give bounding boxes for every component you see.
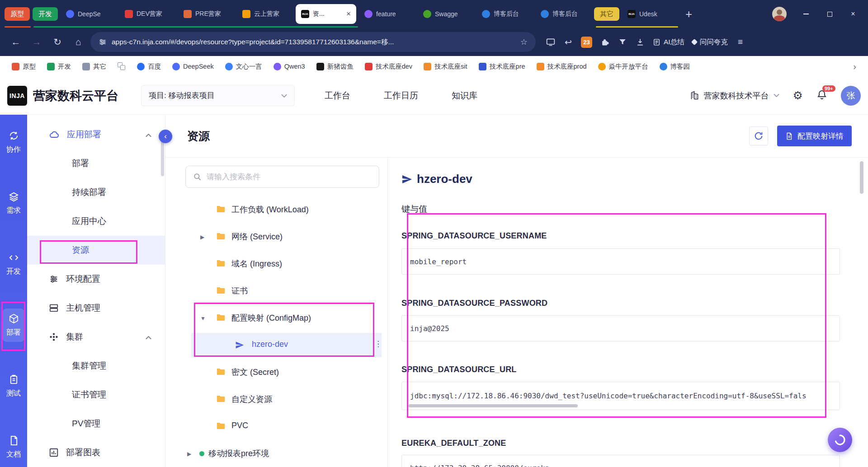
- collapse-sidebar-button[interactable]: ‹: [159, 130, 172, 143]
- caret-right-icon[interactable]: ▶: [200, 234, 204, 240]
- window-close-button[interactable]: ×: [843, 4, 863, 24]
- bookmark-star-icon[interactable]: ☆: [520, 37, 528, 47]
- user-avatar[interactable]: 张: [841, 86, 861, 106]
- rail-item-collaboration[interactable]: 协作: [2, 126, 25, 159]
- tab-resource-active[interactable]: INJA 资... ×: [296, 4, 356, 24]
- bookmark-qwen[interactable]: Qwen3: [274, 63, 305, 70]
- sidenav-item-cert-mgmt[interactable]: 证书管理: [27, 380, 165, 409]
- back-icon[interactable]: ←: [7, 37, 24, 47]
- rail-item-requirements[interactable]: 需求: [2, 187, 25, 220]
- filter-icon[interactable]: [618, 37, 627, 47]
- tab-pre-yingjia[interactable]: PRE营家: [178, 4, 234, 24]
- nav-work-calendar[interactable]: 工作日历: [384, 90, 418, 102]
- sidenav-item-pv-mgmt[interactable]: PV管理: [27, 409, 165, 438]
- bookmark-base-pre[interactable]: 技术底座pre: [479, 62, 525, 71]
- tree-item-workload[interactable]: 工作负载 (WorkLoad): [165, 196, 387, 223]
- tree-item-service[interactable]: ▶ 网络 (Service): [165, 223, 387, 250]
- forward-icon[interactable]: →: [28, 37, 45, 47]
- tab-close-icon[interactable]: ×: [346, 9, 351, 19]
- settings-gear-icon[interactable]: ⚙: [793, 89, 803, 102]
- tree-item-secret[interactable]: 密文 (Secret): [165, 359, 387, 386]
- browser-menu-icon[interactable]: ≡: [736, 37, 745, 47]
- sidenav-item-app-center[interactable]: 应用中心: [27, 207, 165, 236]
- assistant-float-button[interactable]: [828, 428, 852, 452]
- sidenav-item-deploy[interactable]: 部署: [27, 149, 165, 178]
- sidenav-item-cluster-mgmt[interactable]: 集群管理: [27, 351, 165, 380]
- kv-value-box[interactable]: http://172.30.38.65:30000/eureka: [401, 455, 840, 467]
- notifications-button[interactable]: 99+: [816, 89, 827, 102]
- refresh-button[interactable]: [749, 126, 768, 145]
- bookmark-base-sit[interactable]: 技术底座sit: [424, 62, 467, 71]
- tree-item-certificate[interactable]: 证书: [165, 277, 387, 304]
- window-maximize-button[interactable]: [819, 4, 840, 24]
- tab-groups-button[interactable]: [118, 62, 126, 70]
- downloads-icon[interactable]: [635, 37, 645, 47]
- horizontal-scrollbar[interactable]: [408, 404, 578, 407]
- sidenav-section-cluster[interactable]: 集群: [27, 322, 165, 351]
- tab-group-dev[interactable]: 开发: [33, 7, 58, 21]
- bookmark-deepseek[interactable]: DeepSeek: [172, 63, 214, 70]
- tab-swagger[interactable]: Swagge: [418, 4, 474, 24]
- bookmark-group-proto[interactable]: 原型: [12, 62, 36, 71]
- nav-knowledge-base[interactable]: 知识库: [452, 90, 477, 102]
- tab-dev-yingjia[interactable]: DEV营家: [119, 4, 175, 24]
- tab-group-other[interactable]: 其它: [594, 7, 619, 21]
- rail-item-deployment[interactable]: 部署: [2, 308, 25, 342]
- tree-item-pvc[interactable]: PVC: [165, 413, 387, 440]
- kv-value-box[interactable]: jdbc:mysql://172.18.86.46:9030/dwd_test?…: [401, 382, 840, 410]
- browser-profile-avatar[interactable]: [772, 7, 787, 21]
- bookmark-wenxin[interactable]: 文心一言: [225, 62, 262, 71]
- tab-feature[interactable]: feature: [359, 4, 415, 24]
- bookmark-cnblogs[interactable]: 博客园: [660, 62, 690, 71]
- tree-item-pre-env[interactable]: ▶ 移动报表pre环境: [165, 440, 387, 467]
- org-selector[interactable]: 营家数科技术平台: [690, 90, 779, 101]
- caret-down-icon[interactable]: ▼: [200, 315, 206, 322]
- bookmark-group-dev[interactable]: 开发: [47, 62, 71, 71]
- sidenav-section-deploy-chart[interactable]: 部署图表: [27, 438, 165, 467]
- tab-blog-admin-2[interactable]: 博客后台: [535, 4, 591, 24]
- caret-right-icon[interactable]: ▶: [187, 451, 191, 457]
- sidenav-section-host-mgmt[interactable]: 主机管理: [27, 294, 165, 322]
- tree-item-custom-resource[interactable]: 自定义资源: [165, 386, 387, 413]
- site-settings-icon[interactable]: [99, 38, 107, 46]
- tab-cloud-yingjia[interactable]: 云上营家: [237, 4, 293, 24]
- project-selector[interactable]: 项目: 移动报表项目: [141, 85, 295, 106]
- kv-value-box[interactable]: mobile_report: [401, 248, 840, 275]
- tab-blog-admin-1[interactable]: 博客后台: [476, 4, 533, 24]
- rail-item-testing[interactable]: 测试: [2, 369, 25, 403]
- bookmark-yanniu[interactable]: 焱牛开放平台: [598, 62, 648, 71]
- refresh-icon[interactable]: ↻: [49, 37, 66, 47]
- tab-deepseek[interactable]: DeepSe: [61, 4, 117, 24]
- sidenav-item-continuous-deploy[interactable]: 持续部署: [27, 178, 165, 207]
- share-reply-icon[interactable]: ↩: [563, 37, 573, 47]
- extensions-puzzle-icon[interactable]: [600, 37, 610, 47]
- window-minimize-button[interactable]: [796, 4, 816, 24]
- bookmark-baidu[interactable]: 百度: [137, 62, 161, 71]
- sidenav-section-env-config[interactable]: 环境配置: [27, 265, 165, 294]
- search-input[interactable]: [207, 173, 372, 182]
- cast-icon[interactable]: [546, 37, 556, 47]
- bookmark-group-other[interactable]: 其它: [82, 62, 106, 71]
- bookmark-base-dev[interactable]: 技术底座dev: [365, 62, 412, 71]
- sidenav-section-app-deploy[interactable]: 应用部署: [27, 120, 165, 149]
- sidenav-item-resource[interactable]: 资源: [27, 236, 165, 265]
- bookmarks-overflow-icon[interactable]: ›: [853, 61, 856, 72]
- tree-item-ingress[interactable]: 域名 (Ingress): [165, 250, 387, 277]
- tab-udesk[interactable]: INJA Udesk: [622, 4, 678, 24]
- nav-workbench[interactable]: 工作台: [325, 90, 350, 102]
- more-actions-icon[interactable]: ⋮: [374, 339, 382, 349]
- tree-search[interactable]: [185, 166, 379, 188]
- configmap-detail-button[interactable]: 配置映射详情: [777, 126, 852, 146]
- url-text[interactable]: apps-c7n.inja.com/#/devops/resource?type…: [112, 37, 515, 47]
- calendar-badge[interactable]: 23: [581, 37, 592, 48]
- url-bar[interactable]: apps-c7n.inja.com/#/devops/resource?type…: [90, 32, 536, 52]
- rail-item-documents[interactable]: 文档: [2, 430, 25, 464]
- tab-group-proto[interactable]: 原型: [5, 7, 30, 21]
- bookmark-choerodon[interactable]: 新猪齿鱼: [316, 62, 354, 71]
- ai-summary-button[interactable]: AI总结: [653, 37, 684, 47]
- kv-value-box[interactable]: inja@2025: [401, 315, 840, 341]
- tree-item-hzero-dev[interactable]: hzero-dev ⋮: [165, 332, 387, 359]
- rail-item-development[interactable]: 开发: [2, 248, 25, 281]
- ask-quark-button[interactable]: 问问夸克: [692, 37, 728, 47]
- bookmark-base-prod[interactable]: 技术底座prod: [537, 62, 587, 71]
